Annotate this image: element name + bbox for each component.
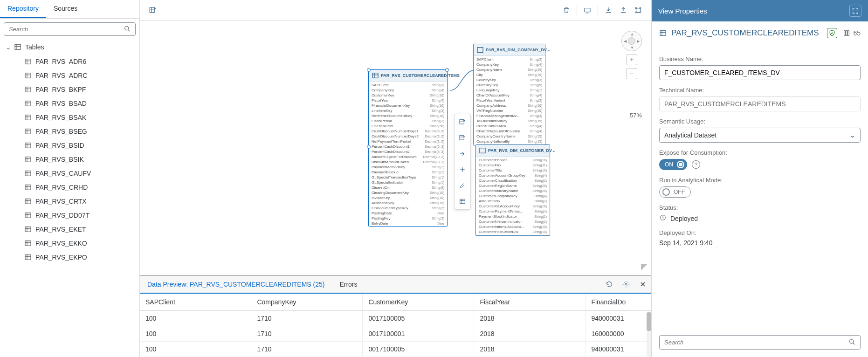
nav-pad[interactable]: ▲ ▼ ◀ ▶ [621, 31, 642, 51]
add-button[interactable] [455, 162, 470, 178]
column-row[interactable]: AmountEligibleForDiscountDecimal(13, 2) [369, 154, 447, 159]
column-row[interactable]: PaymentBlockIdString(1) [369, 170, 447, 175]
column-row[interactable]: PaymentBlockIndicatorString(1) [476, 214, 550, 219]
column-row[interactable]: LineItemTextString(50) [369, 124, 447, 129]
column-row[interactable]: PercentCashDiscount1Decimal(5, 3) [369, 144, 447, 149]
table-item[interactable]: PAR_RVS_ADR6 [22, 55, 136, 69]
grid-button[interactable] [455, 193, 470, 209]
column-header[interactable]: CompanyKey [251, 294, 363, 311]
search-icon[interactable] [848, 338, 856, 347]
column-row[interactable]: CustomerFaxString(31) [476, 163, 550, 168]
table-row[interactable]: 100171000171000012018160000000 [140, 326, 651, 342]
column-row[interactable]: CompanyKeyString(4) [474, 62, 545, 67]
column-row[interactable]: AllocationKeyString(18) [369, 200, 447, 206]
table-item[interactable]: PAR_RVS_BSAD [22, 96, 136, 110]
expand-button[interactable] [849, 5, 861, 17]
column-row[interactable]: ReferenceDocumentKeyString(10) [369, 113, 447, 118]
vertical-scrollbar[interactable] [647, 312, 651, 357]
add-table-button[interactable] [145, 3, 160, 18]
column-row[interactable]: InvoiceKeyString(10) [369, 195, 447, 200]
table-item[interactable]: PAR_RVS_EKET [22, 222, 136, 236]
column-row[interactable]: CustomerInternalAccountKeyString(10) [476, 224, 550, 229]
tab-repository[interactable]: Repository [0, 0, 46, 18]
table-item[interactable]: PAR_RVS_BSID [22, 138, 136, 152]
remove-column-button[interactable] [455, 130, 470, 146]
column-row[interactable]: ClearedOnString(8) [369, 185, 447, 190]
column-row[interactable]: CurrencyKeyString(5) [474, 82, 545, 88]
chevron-down-icon[interactable]: ⌄ [552, 148, 556, 153]
column-row[interactable]: FiscalYearVariantString(2) [474, 98, 545, 103]
column-header[interactable]: CustomerKey [363, 294, 474, 311]
table-item[interactable]: PAR_RVS_BSIK [22, 152, 136, 166]
table-item[interactable]: PAR_RVS_BSAK [22, 110, 136, 124]
column-row[interactable]: CustomerPaymentTermsKeyString(4) [476, 209, 550, 214]
table-item[interactable]: PAR_RVS_CRHD [22, 180, 136, 194]
column-row[interactable]: PostingKeyString(2) [369, 216, 447, 221]
sidebar-search-input[interactable] [4, 22, 136, 36]
table-item[interactable]: PAR_RVS_CAUFV [22, 166, 136, 180]
chevron-down-icon[interactable]: ⌄ [547, 48, 551, 52]
column-row[interactable]: CustomerGLAccountKeyString(10) [476, 204, 550, 209]
column-row[interactable]: CustomerTitleString(15) [476, 168, 550, 173]
delete-button[interactable] [559, 3, 574, 18]
column-row[interactable]: GLSpecialTransactionTypeString(1) [369, 175, 447, 180]
column-row[interactable]: CashDiscountNumberDays1Decimal(3, 0) [369, 129, 447, 134]
settings-button[interactable] [618, 276, 634, 293]
add-column-button[interactable] [455, 114, 470, 130]
column-row[interactable]: CompanyAddressString(10) [474, 103, 545, 108]
column-row[interactable]: EntryDateDate [369, 221, 447, 226]
preview-button[interactable] [580, 3, 595, 18]
column-row[interactable]: AmountClerkString(2) [476, 199, 550, 204]
table-list[interactable]: PAR_RVS_ADR6PAR_RVS_ADRCPAR_RVS_BKPFPAR_… [0, 55, 139, 357]
table-item[interactable]: PAR_RVS_BSEG [22, 124, 136, 138]
table-item[interactable]: PAR_RVS_CRTX [22, 194, 136, 208]
zoom-out-button[interactable]: − [626, 68, 637, 79]
export-button[interactable] [616, 3, 631, 18]
edit-button[interactable] [455, 178, 470, 193]
resize-handle-icon[interactable]: ◤ [641, 261, 648, 272]
node-dim-company[interactable]: PAR_RVS_DIM_COMPANY_DV ⌄ SAPClientString… [473, 44, 545, 145]
node-dim-customer[interactable]: PAR_RVS_DIM_CUSTOMER_DV ⌄ CustomerPhone1… [475, 144, 550, 236]
tab-data-preview[interactable]: Data Preview: PAR_RVS_CUSTOMERCLEAREDITE… [140, 276, 332, 293]
column-row[interactable]: TaxJurisdictionKeyString(15) [474, 118, 545, 124]
column-row[interactable]: CustomerClassificationString(2) [476, 178, 550, 183]
column-row[interactable]: CustomerCompanyKeyString(4) [476, 193, 550, 199]
column-row[interactable]: CompanyKeyString(4) [369, 88, 447, 93]
column-row[interactable]: FinancialDocumentKeyString(10) [369, 103, 447, 108]
column-row[interactable]: PostingDateDate [369, 211, 447, 216]
column-row[interactable]: CustomerKeyString(10) [369, 93, 447, 98]
column-row[interactable]: GLSpecialIndicatorString(1) [369, 180, 447, 185]
table-item[interactable]: PAR_RVS_EKKO [22, 236, 136, 250]
business-name-input[interactable] [659, 65, 861, 80]
column-row[interactable]: CustomerIndustryNameString(20) [476, 188, 550, 193]
column-row[interactable]: LineItemKeyString(3) [369, 108, 447, 113]
properties-search-input[interactable] [659, 335, 861, 350]
column-row[interactable]: SAPClientString(3) [369, 82, 447, 88]
semantic-usage-select[interactable]: Analytical Dataset ⌄ [659, 128, 861, 143]
column-row[interactable]: CityString(25) [474, 72, 545, 77]
close-button[interactable] [634, 276, 651, 293]
column-header[interactable]: SAPClient [140, 294, 251, 311]
table-item[interactable]: PAR_RVS_ADRC [22, 69, 136, 82]
column-row[interactable]: CompanyNameString(25) [474, 67, 545, 72]
column-row[interactable]: CustomerNielsenIndicatorString(2) [476, 219, 550, 224]
table-row[interactable]: 100171000171000052018940000031 [140, 342, 651, 357]
column-row[interactable]: FinDocumentTypeKeyString(2) [369, 206, 447, 211]
column-row[interactable]: DiscountAmountTakenDecimal(13, 2) [369, 159, 447, 165]
column-row[interactable]: CustomerPhone1String(16) [476, 158, 550, 163]
analytical-toggle[interactable]: OFF [659, 186, 691, 198]
column-row[interactable]: CompanyCountryNameString(15) [474, 134, 545, 139]
column-row[interactable]: CreditControlAreaString(4) [474, 124, 545, 129]
column-row[interactable]: CustomerAccountGroupKeyString(4) [476, 173, 550, 178]
column-header[interactable]: FiscalYear [474, 294, 586, 311]
column-row[interactable]: CountryKeyString(3) [474, 77, 545, 82]
refresh-button[interactable] [601, 276, 618, 293]
table-row[interactable]: 100171000171000052018940000031 [140, 311, 651, 326]
column-row[interactable]: FiscalYearString(4) [369, 98, 447, 103]
table-item[interactable]: PAR_RVS_DD07T [22, 208, 136, 222]
table-item[interactable]: PAR_RVS_EKPO [22, 250, 136, 264]
impact-button[interactable] [631, 3, 646, 18]
column-row[interactable]: ClearingDocumentKeyString(10) [369, 190, 447, 195]
column-row[interactable]: VATRegNumberString(20) [474, 108, 545, 113]
column-row[interactable]: ChartOfAccountOfCountryString(4) [474, 129, 545, 134]
